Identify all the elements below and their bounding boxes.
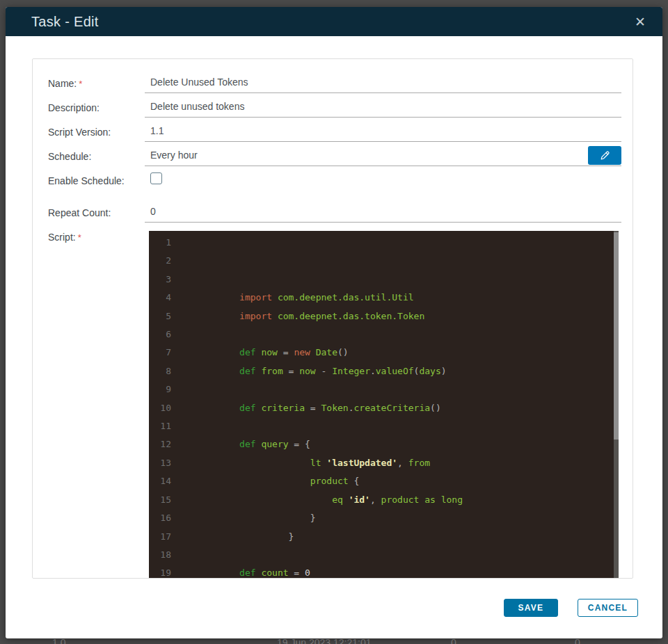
script-version-input[interactable] [145,121,621,142]
repeat-count-input[interactable] [145,202,621,223]
code-line: 5 import com.deepnet.das.token.Token [149,307,619,325]
line-number: 4 [149,289,180,307]
schedule-input[interactable] [145,145,621,166]
form-row-enable-schedule: Enable Schedule: [48,170,621,202]
code-line: 7 def now = new Date() [149,344,619,362]
pencil-icon [599,150,611,161]
code-line: 11 [149,417,619,435]
task-edit-modal: Task - Edit ✕ Name:* Description: Script… [6,7,662,638]
line-number: 13 [149,454,180,472]
modal-footer: SAVE CANCEL [504,599,638,617]
code-line: 19 def count = 0 [149,564,619,579]
task-form-card: Name:* Description: Script Version: Sche… [32,58,633,579]
line-number: 16 [149,509,180,527]
line-number: 2 [149,252,180,270]
code-line: 6 [149,325,619,344]
line-number: 7 [149,344,180,362]
schedule-label: Schedule: [48,145,145,163]
line-number: 18 [149,546,180,564]
form-row-script-version: Script Version: [48,121,621,145]
form-row-script: Script:* 1234 import com.deepnet.das.uti… [48,226,621,579]
script-label: Script:* [48,226,145,245]
line-number: 17 [149,528,180,546]
form-row-schedule: Schedule: [48,145,621,170]
line-number: 5 [149,307,180,325]
code-line: 3 [149,271,619,289]
code-line: 16 } [149,509,619,527]
line-number: 1 [149,234,180,252]
description-label: Description: [48,97,145,115]
script-code-editor[interactable]: 1234 import com.deepnet.das.util.Util5 i… [149,231,619,579]
form-row-repeat-count: Repeat Count: [48,202,621,226]
line-number: 11 [149,417,180,435]
code-line: 15 eq 'id', product as long [149,491,619,509]
code-line: 17 } [149,528,619,546]
line-number: 15 [149,491,180,509]
line-number: 9 [149,380,180,399]
editor-scrollbar[interactable] [614,231,619,579]
code-line: 9 [149,380,619,399]
line-number: 19 [149,564,180,579]
enable-schedule-checkbox[interactable] [150,172,162,184]
name-input[interactable] [145,72,621,93]
code-line: 14 product { [149,472,619,490]
line-number: 14 [149,472,180,490]
code-line: 8 def from = now - Integer.valueOf(days) [149,362,619,380]
code-line: 12 def query = { [149,435,619,453]
required-asterisk: * [79,79,82,89]
editor-scrollbar-thumb[interactable] [614,232,619,440]
line-number: 12 [149,435,180,453]
enable-schedule-label: Enable Schedule: [48,170,132,188]
line-number: 8 [149,362,180,380]
close-icon[interactable]: ✕ [632,14,649,30]
cancel-button[interactable]: CANCEL [578,599,638,617]
code-line: 13 lt 'lastUpdated', from [149,454,619,472]
line-number: 10 [149,399,180,417]
modal-header: Task - Edit ✕ [6,7,662,36]
code-line: 18 [149,546,619,564]
save-button[interactable]: SAVE [504,599,558,617]
script-version-label: Script Version: [48,121,145,139]
modal-title: Task - Edit [31,14,632,30]
line-number: 3 [149,271,180,289]
code-lines: 1234 import com.deepnet.das.util.Util5 i… [149,234,619,579]
repeat-count-label: Repeat Count: [48,202,145,220]
code-line: 10 def criteria = Token.createCriteria() [149,399,619,417]
code-line: 2 [149,252,619,270]
code-line: 1 [149,234,619,252]
form-row-name: Name:* [48,72,621,97]
name-label: Name:* [48,72,145,91]
form-row-description: Description: [48,97,621,121]
required-asterisk: * [78,232,81,243]
line-number: 6 [149,325,180,344]
edit-schedule-button[interactable] [588,146,621,165]
code-line: 4 import com.deepnet.das.util.Util [149,289,619,307]
description-input[interactable] [145,97,621,118]
